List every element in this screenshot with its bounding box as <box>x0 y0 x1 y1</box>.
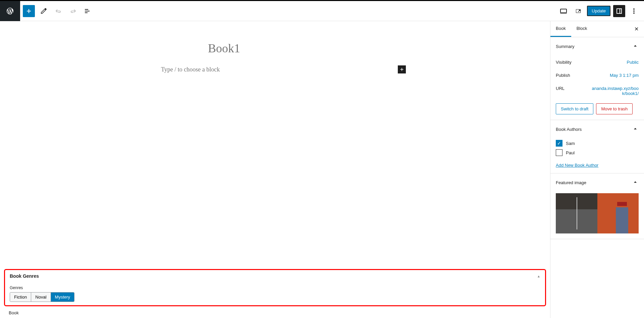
block-placeholder[interactable]: Type / to choose a block <box>141 66 220 73</box>
chevron-up-icon <box>632 179 639 187</box>
plus-icon <box>25 7 33 15</box>
book-genres-metabox: Book Genres ▲ Genres Fiction Noval Myste… <box>4 269 546 306</box>
panel-title: Featured image <box>556 180 586 185</box>
featured-image-panel: Featured image <box>550 173 644 239</box>
inline-add-block-button[interactable] <box>398 65 406 73</box>
summary-panel: Summary Visibility Public Publish May 3 … <box>550 37 644 120</box>
add-block-button[interactable] <box>23 5 35 17</box>
settings-sidebar-toggle[interactable] <box>613 5 625 17</box>
redo-icon <box>69 7 77 15</box>
undo-button[interactable] <box>52 5 64 17</box>
chevron-up-icon <box>632 43 639 50</box>
undo-icon <box>54 7 62 15</box>
book-authors-panel: Book Authors Sam Paul Add New Book Autho… <box>550 120 644 173</box>
update-button[interactable]: Update <box>587 6 610 16</box>
tab-block[interactable]: Block <box>571 21 593 37</box>
open-external-button[interactable] <box>572 5 584 17</box>
visibility-label: Visibility <box>556 60 572 65</box>
author-checkbox-paul[interactable] <box>556 149 562 156</box>
editor-canvas: Type / to choose a block Book Genres ▲ G… <box>0 21 550 318</box>
move-trash-button[interactable]: Move to trash <box>596 103 633 114</box>
post-title-input[interactable] <box>141 41 409 55</box>
genre-option-fiction[interactable]: Fiction <box>10 293 31 302</box>
url-label: URL <box>556 86 565 96</box>
settings-sidebar: Book Block ✕ Summary Visibility Public P… <box>550 21 644 318</box>
featured-image-thumbnail[interactable] <box>556 193 639 233</box>
add-new-author-link[interactable]: Add New Book Author <box>556 163 639 168</box>
panel-title: Summary <box>556 44 575 49</box>
wordpress-icon <box>6 7 14 15</box>
tab-book[interactable]: Book <box>550 21 571 37</box>
chevron-up-icon <box>632 125 639 133</box>
author-name: Sam <box>566 141 575 146</box>
author-name: Paul <box>566 150 575 155</box>
close-sidebar-button[interactable]: ✕ <box>629 21 644 37</box>
metabox-title: Book Genres <box>10 273 39 279</box>
publish-label: Publish <box>556 73 570 78</box>
plus-icon <box>399 66 405 72</box>
redo-button[interactable] <box>67 5 79 17</box>
document-overview-button[interactable] <box>82 5 94 17</box>
close-icon: ✕ <box>634 26 639 32</box>
publish-value[interactable]: May 3 1:17 pm <box>610 73 639 78</box>
edit-mode-button[interactable] <box>38 5 50 17</box>
options-button[interactable] <box>628 5 640 17</box>
genre-option-mystery[interactable]: Mystery <box>51 293 74 302</box>
list-icon <box>84 7 92 15</box>
view-button[interactable] <box>557 5 570 17</box>
genres-label: Genres <box>10 285 540 290</box>
wordpress-logo[interactable] <box>0 1 20 21</box>
editor-toolbar: Update <box>0 1 644 21</box>
panel-title: Book Authors <box>556 127 582 132</box>
sidebar-icon <box>615 7 623 15</box>
visibility-value[interactable]: Public <box>627 60 639 65</box>
breadcrumb[interactable]: Book <box>4 309 546 317</box>
metabox-collapse-icon[interactable]: ▲ <box>537 274 540 278</box>
laptop-icon <box>559 7 568 15</box>
genre-option-noval[interactable]: Noval <box>31 293 51 302</box>
external-icon <box>574 7 582 15</box>
url-value[interactable]: ananda.instawp.xyz/book/book1/ <box>592 86 639 96</box>
author-checkbox-sam[interactable] <box>556 140 562 147</box>
more-vertical-icon <box>630 7 638 15</box>
switch-draft-button[interactable]: Switch to draft <box>556 103 593 114</box>
pencil-icon <box>40 7 48 15</box>
